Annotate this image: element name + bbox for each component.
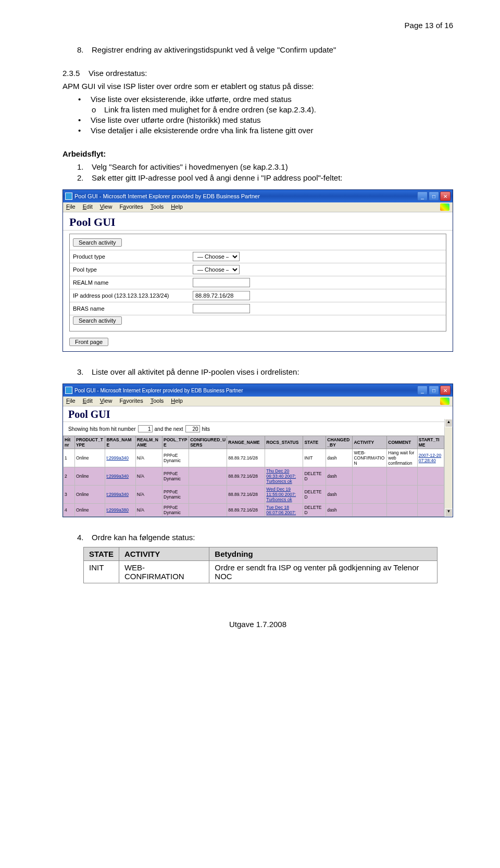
table-row: 1Onlinet:2999a340N/APPPoE Dynamic88.89.7… — [64, 449, 444, 467]
menu-help[interactable]: Help — [171, 203, 183, 211]
search-activity-button-top[interactable]: Search activity — [73, 238, 122, 247]
menu-view[interactable]: View — [100, 203, 113, 211]
table-cell: 1 — [64, 449, 75, 467]
table-row: 3Onlinet:2999a340N/APPPoE Dynamic88.89.7… — [64, 486, 444, 504]
menu-favorites[interactable]: Favorites — [119, 398, 143, 405]
menu-favorites[interactable]: Favorites — [119, 203, 143, 211]
ie-icon — [65, 387, 72, 394]
menu-tools[interactable]: Tools — [151, 203, 164, 211]
menu-help[interactable]: Help — [171, 398, 183, 405]
close-button[interactable]: ✕ — [440, 192, 451, 201]
footer: Utgave 1.7.2008 — [63, 620, 453, 629]
menu-file[interactable]: File — [66, 203, 76, 211]
step-8-num: 8. — [77, 45, 92, 54]
product-type-select[interactable]: — Choose — — [193, 252, 240, 261]
bras-link[interactable]: t:2999a340 — [106, 492, 129, 497]
bras-name-input[interactable] — [193, 304, 250, 313]
minimize-button[interactable]: _ — [417, 192, 428, 201]
rocs-link[interactable]: Wed Dec 19 11:55:00 2007: Turborecs ok — [266, 487, 296, 502]
bullet-2: Vise liste over utførte ordre (historikk… — [91, 116, 261, 124]
start-link[interactable]: 2007-12-20 07:28:40 — [419, 453, 441, 463]
table-cell: PPPoE Dynamic — [162, 486, 189, 504]
table-cell: Wed Dec 19 11:55:00 2007: Turborecs ok — [265, 486, 303, 504]
front-page-button[interactable]: Front page — [69, 338, 108, 346]
table-header-row: Hit nr PRODUCT_TYPE BRAS_NAME REALM_NAME… — [64, 436, 444, 449]
table-cell: 88.89.72.16/28 — [227, 449, 265, 467]
th-changed-by: CHANGED_BY — [326, 436, 353, 449]
bullet-icon: • — [78, 95, 91, 104]
th-bras-name: BRAS_NAME — [105, 436, 135, 449]
menubar: File Edit View Favorites Tools Help — [63, 397, 453, 406]
th-hitnr: Hit nr — [64, 436, 75, 449]
wf3-num: 3. — [77, 367, 92, 376]
th-range-name: RANGE_NAME — [227, 436, 265, 449]
bullet-1: Vise liste over eksisterende, ikke utfør… — [91, 95, 292, 104]
table-row: 4Onlinet:2999a380N/APPPoE Dynamic88.89.7… — [64, 504, 444, 517]
ip-pool-input[interactable] — [193, 291, 250, 300]
th-conf-users: CONFIGURED_USERS — [189, 436, 227, 449]
wf3-text: Liste over all aktivitet på denne IP-poo… — [92, 367, 299, 376]
workflow-title: Arbeidsflyt: — [63, 149, 453, 158]
scroll-up-icon[interactable]: ▲ — [445, 419, 453, 427]
hit-from-input[interactable] — [138, 425, 153, 432]
bras-name-label: BRAS name — [73, 305, 193, 312]
table-cell: Online — [74, 486, 105, 504]
status-h-meaning: Betydning — [209, 547, 438, 561]
menu-edit[interactable]: Edit — [83, 398, 93, 405]
section-2-3-5: 2.3.5 Vise ordrestatus: APM GUI vil vise… — [63, 69, 453, 135]
table-cell: PPPoE Dynamic — [162, 467, 189, 486]
table-cell: N/A — [135, 504, 162, 517]
bras-link[interactable]: t:2999a340 — [106, 455, 129, 461]
hit-suffix: hits — [202, 426, 210, 432]
bras-link[interactable]: t:2999a340 — [106, 474, 129, 479]
minimize-button[interactable]: _ — [417, 386, 428, 395]
wf2-text: Søk etter gitt IP-adresse pool ved å ang… — [92, 173, 342, 182]
table-cell — [353, 467, 387, 486]
table-cell: 88.89.72.16/28 — [227, 504, 265, 517]
table-cell: t:2999a340 — [105, 486, 135, 504]
scrollbar[interactable]: ▲ ▼ — [444, 419, 453, 517]
bras-link[interactable]: t:2999a380 — [106, 507, 129, 513]
close-button[interactable]: ✕ — [440, 386, 451, 395]
table-cell: PPPoE Dynamic — [162, 504, 189, 517]
status-table: STATE ACTIVITY Betydning INIT WEB-CONFIR… — [83, 547, 438, 583]
table-cell: t:2999a340 — [105, 467, 135, 486]
menu-edit[interactable]: Edit — [83, 203, 93, 211]
scroll-down-icon[interactable]: ▼ — [445, 508, 453, 517]
rocs-link[interactable]: Tue Dec 18 06:07:06 2007: — [266, 505, 296, 515]
th-rocs-status: ROCS_STATUS — [265, 436, 303, 449]
table-cell — [189, 504, 227, 517]
product-type-label: Product type — [73, 253, 193, 260]
table-cell: INIT — [303, 449, 326, 467]
menu-file[interactable]: File — [66, 398, 76, 405]
menu-view[interactable]: View — [100, 398, 113, 405]
maximize-button[interactable]: □ — [429, 192, 439, 201]
table-cell: dash — [326, 504, 353, 517]
ie-icon — [65, 193, 72, 200]
th-start-time: START_TIME — [417, 436, 444, 449]
table-cell: dash — [326, 467, 353, 486]
menu-tools[interactable]: Tools — [151, 398, 164, 405]
pool-type-select[interactable]: — Choose — — [193, 265, 240, 274]
table-cell: 2 — [64, 467, 75, 486]
hit-count-input[interactable] — [185, 425, 200, 432]
table-cell: WEB-CONFIRMATION — [353, 449, 387, 467]
realm-name-input[interactable] — [193, 278, 250, 287]
search-activity-button-bottom[interactable]: Search activity — [73, 316, 122, 325]
table-cell: 2007-12-20 07:28:40 — [417, 449, 444, 467]
windows-flag-icon — [440, 398, 449, 405]
table-cell: 3 — [64, 486, 75, 504]
titlebar: Pool GUI - Microsoft Internet Explorer p… — [63, 190, 453, 202]
step-8: 8. Registrer endring av aktiveringstidsp… — [77, 45, 453, 54]
step-8-text: Registrer endring av aktiveringstidspunk… — [92, 45, 336, 54]
window-title: Pool GUI - Microsoft Internet Explorer p… — [74, 388, 417, 393]
table-cell: Online — [74, 449, 105, 467]
bullet-1-sub: Link fra listen med mulighet for å endre… — [104, 105, 316, 114]
th-realm-name: REALM_NAME — [135, 436, 162, 449]
table-cell: DELETED — [303, 504, 326, 517]
bullet-3: Vise detaljer i alle eksisterende ordre … — [91, 126, 313, 135]
bullet-icon: • — [78, 126, 91, 135]
table-cell: N/A — [135, 449, 162, 467]
maximize-button[interactable]: □ — [429, 386, 439, 395]
rocs-link[interactable]: Thu Dec 20 06:33:40 2007: Turborecs ok — [266, 468, 296, 484]
